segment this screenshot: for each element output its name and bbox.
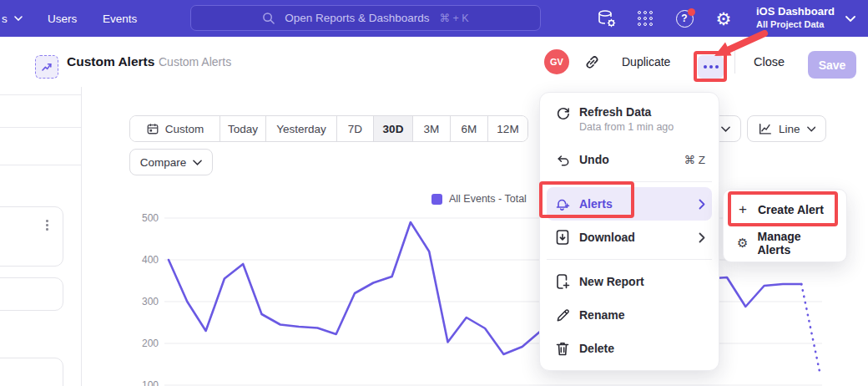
menu-item-rename[interactable]: Rename bbox=[547, 298, 712, 332]
nav-item-boards-cut[interactable]: s bbox=[2, 0, 23, 37]
chevron-down-icon[interactable] bbox=[845, 16, 855, 22]
metric-card[interactable] bbox=[0, 206, 63, 267]
apps-grid-button[interactable] bbox=[634, 0, 656, 37]
gear-icon: ⚙ bbox=[716, 10, 732, 28]
submenu-item-manage-alerts[interactable]: ⚙ Manage Alerts bbox=[724, 226, 846, 260]
metric-card[interactable] bbox=[0, 277, 63, 311]
report-type-tile bbox=[35, 55, 58, 79]
insights-chart-icon bbox=[40, 60, 53, 74]
pencil-icon bbox=[553, 307, 572, 323]
chart-type-dropdown[interactable]: Line bbox=[747, 115, 826, 142]
chart-legend[interactable]: All Events - Total bbox=[431, 193, 527, 205]
project-title: iOS Dashboard bbox=[756, 5, 835, 18]
menu-item-undo[interactable]: Undo ⌘ Z bbox=[547, 143, 712, 176]
database-gear-icon bbox=[596, 8, 618, 29]
close-button[interactable]: Close bbox=[754, 55, 785, 69]
settings-button[interactable]: ⚙ bbox=[713, 0, 734, 37]
top-nav: s Users Events Open Reports & Dashboards… bbox=[0, 0, 868, 37]
header-divider bbox=[734, 50, 735, 74]
copy-link-button[interactable] bbox=[583, 53, 601, 71]
range-yesterday[interactable]: Yesterday bbox=[265, 116, 336, 141]
menu-item-new-report[interactable]: New Report bbox=[547, 265, 712, 298]
new-report-icon bbox=[553, 273, 572, 290]
menu-item-refresh-data[interactable]: Refresh Data Data from 1 min ago bbox=[547, 99, 712, 143]
undo-icon bbox=[553, 152, 572, 168]
breadcrumb: Custom Alerts bbox=[159, 55, 231, 69]
help-button[interactable]: ? bbox=[674, 0, 695, 37]
menu-item-delete[interactable]: Delete bbox=[547, 332, 712, 365]
date-range-segmented-control: Custom Today Yesterday 7D 30D 3M 6M 12M bbox=[129, 115, 528, 142]
compare-dropdown[interactable]: Compare bbox=[129, 149, 213, 175]
project-selector[interactable]: iOS Dashboard All Project Data bbox=[756, 5, 835, 30]
apps-grid-icon bbox=[638, 11, 654, 27]
metric-card[interactable] bbox=[0, 358, 63, 386]
svg-text:100: 100 bbox=[142, 379, 159, 386]
svg-text:400: 400 bbox=[142, 254, 159, 266]
svg-text:200: 200 bbox=[142, 338, 159, 349]
menu-divider bbox=[547, 259, 712, 260]
chevron-down-icon bbox=[14, 16, 23, 21]
link-icon bbox=[583, 53, 601, 71]
data-management-button[interactable] bbox=[594, 0, 619, 37]
search-icon bbox=[262, 12, 275, 24]
search-placeholder: Open Reports & Dashboards bbox=[285, 12, 429, 24]
legend-label: All Events - Total bbox=[449, 193, 527, 205]
refresh-status-text: Data from 1 min ago bbox=[579, 121, 674, 133]
svg-text:300: 300 bbox=[142, 296, 159, 307]
alert-bell-icon bbox=[553, 196, 572, 212]
notification-dot bbox=[688, 8, 695, 16]
menu-divider bbox=[547, 181, 712, 182]
page-title: Custom Alerts bbox=[67, 54, 154, 69]
alerts-submenu: + Create Alert ⚙ Manage Alerts bbox=[723, 189, 847, 262]
trash-icon bbox=[553, 341, 572, 357]
menu-item-download[interactable]: Download bbox=[547, 221, 712, 254]
more-options-button[interactable] bbox=[698, 55, 724, 79]
app-window: s Users Events Open Reports & Dashboards… bbox=[0, 0, 868, 386]
svg-text:500: 500 bbox=[142, 212, 159, 224]
nav-item-users[interactable]: Users bbox=[48, 0, 77, 37]
more-options-menu: Refresh Data Data from 1 min ago Undo ⌘ … bbox=[539, 92, 719, 371]
chevron-down-icon bbox=[193, 160, 202, 165]
project-subtitle: All Project Data bbox=[756, 18, 835, 30]
line-chart-icon bbox=[758, 122, 772, 136]
search-shortcut: ⌘ + K bbox=[440, 12, 469, 24]
download-icon bbox=[553, 229, 572, 246]
menu-item-alerts[interactable]: Alerts bbox=[547, 187, 712, 221]
range-custom[interactable]: Custom bbox=[130, 116, 220, 141]
refresh-icon bbox=[553, 105, 572, 121]
range-3m[interactable]: 3M bbox=[412, 116, 450, 141]
plus-icon: + bbox=[735, 201, 750, 218]
chevron-down-icon bbox=[721, 126, 730, 132]
submenu-item-create-alert[interactable]: + Create Alert bbox=[724, 193, 846, 226]
range-today[interactable]: Today bbox=[220, 116, 265, 141]
chevron-right-icon bbox=[699, 232, 705, 243]
legend-swatch bbox=[431, 194, 442, 205]
duplicate-button[interactable]: Duplicate bbox=[622, 55, 670, 69]
nav-cut-label: s bbox=[2, 13, 8, 25]
search-input[interactable]: Open Reports & Dashboards ⌘ + K bbox=[190, 5, 541, 31]
range-30d-selected[interactable]: 30D bbox=[373, 116, 412, 141]
kebab-menu-icon[interactable] bbox=[43, 217, 51, 233]
left-sidebar bbox=[0, 87, 82, 386]
report-header: Custom Alerts Custom Alerts GV Duplicate… bbox=[0, 37, 868, 87]
save-button[interactable]: Save bbox=[808, 51, 856, 79]
range-6m[interactable]: 6M bbox=[450, 116, 487, 141]
calendar-icon bbox=[146, 122, 159, 135]
range-12m[interactable]: 12M bbox=[487, 116, 527, 141]
undo-shortcut: ⌘ Z bbox=[684, 153, 706, 166]
nav-item-events[interactable]: Events bbox=[103, 0, 137, 37]
range-7d[interactable]: 7D bbox=[336, 116, 373, 141]
avatar[interactable]: GV bbox=[544, 49, 569, 74]
help-icon: ? bbox=[676, 10, 694, 28]
chevron-down-icon bbox=[807, 126, 815, 132]
gear-icon: ⚙ bbox=[735, 236, 750, 251]
chevron-right-icon bbox=[699, 199, 705, 210]
